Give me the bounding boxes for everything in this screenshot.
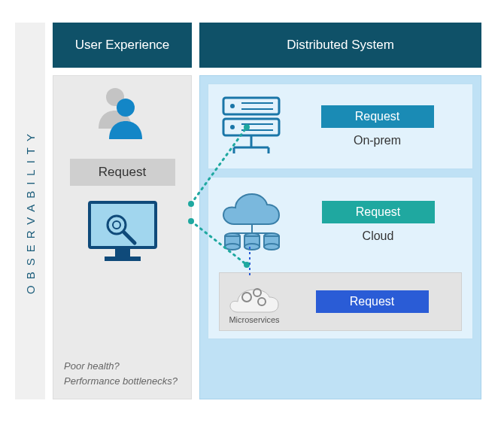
- request-box-onprem: Request: [321, 105, 434, 128]
- monitor-icon: [87, 199, 159, 264]
- svg-point-9: [230, 104, 235, 108]
- footnote-line-1: Poor health?: [64, 359, 178, 374]
- request-box-micro: Request: [316, 290, 429, 313]
- connector-ue-to-onprem: [191, 123, 251, 205]
- svg-point-39: [188, 218, 194, 224]
- connector-ue-to-cloud: [191, 218, 251, 271]
- svg-point-36: [188, 201, 194, 207]
- svg-point-40: [244, 262, 250, 268]
- svg-line-35: [191, 127, 247, 204]
- svg-rect-2: [90, 202, 156, 247]
- panel-user-experience: Request Poor health? Performance bottlen…: [53, 75, 192, 399]
- footnote: Poor health? Performance bottlenecks?: [64, 359, 178, 388]
- request-box-cloud: Request: [322, 201, 435, 223]
- svg-point-1: [117, 99, 135, 117]
- header-user-experience: User Experience: [53, 23, 192, 68]
- microservices-block: Microservices: [227, 279, 281, 324]
- column-user-experience: User Experience Request: [53, 23, 192, 399]
- onprem-info: Request On-prem: [293, 105, 462, 147]
- observability-label: OBSERVABILITY: [15, 23, 45, 399]
- micro-info: Request: [290, 290, 454, 313]
- column-distributed-system: Distributed System: [199, 23, 481, 399]
- row-microservices: Microservices Request: [219, 272, 462, 331]
- footnote-line-2: Performance bottlenecks?: [64, 374, 178, 389]
- svg-rect-3: [115, 249, 130, 257]
- svg-line-38: [191, 221, 247, 265]
- user-icon: [93, 90, 153, 150]
- label-onprem: On-prem: [354, 134, 401, 147]
- request-box-ue: Request: [70, 159, 175, 186]
- cloud-info: Request Cloud: [294, 201, 462, 243]
- columns: User Experience Request: [53, 23, 481, 399]
- label-cloud: Cloud: [363, 229, 394, 243]
- diagram-root: OBSERVABILITY User Experience Request: [15, 23, 481, 399]
- svg-point-37: [244, 124, 250, 130]
- svg-point-30: [264, 244, 279, 250]
- header-distributed-system: Distributed System: [199, 23, 481, 68]
- svg-rect-4: [105, 257, 141, 261]
- gears-icon: [227, 279, 281, 314]
- label-microservices: Microservices: [229, 315, 279, 324]
